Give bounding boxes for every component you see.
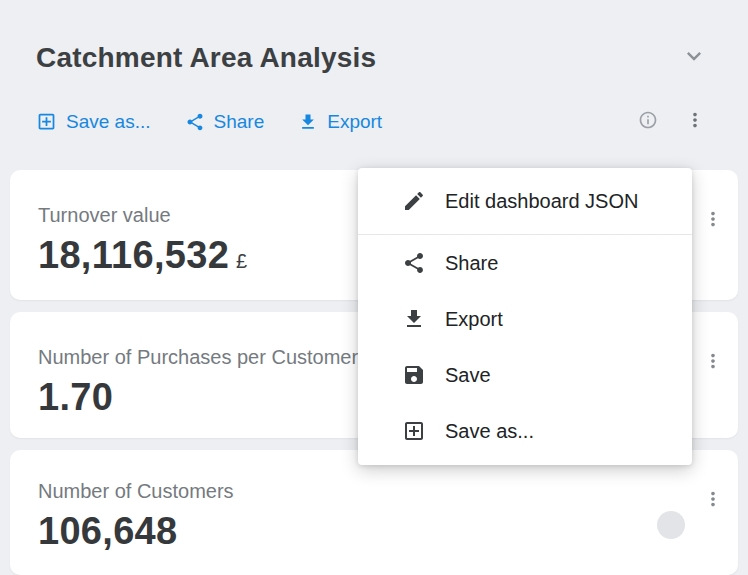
pencil-icon [402, 189, 426, 213]
card-menu-button[interactable] [700, 486, 726, 515]
share-label: Share [214, 111, 265, 133]
export-button[interactable]: Export [298, 111, 382, 133]
kpi-label: Number of Customers [38, 480, 710, 503]
chevron-down-icon [680, 42, 708, 73]
toolbar: Save as... Share Export [36, 105, 710, 138]
download-icon [402, 307, 426, 331]
menu-item-edit-dashboard-json[interactable]: Edit dashboard JSON [358, 168, 692, 234]
kebab-menu-icon [702, 488, 724, 513]
save-icon [402, 363, 426, 387]
menu-item-save-as[interactable]: Save as... [358, 403, 692, 459]
kpi-value: 1.70 [38, 376, 113, 419]
card-menu-button[interactable] [700, 348, 726, 377]
kpi-value-row: 106,648 [38, 510, 710, 553]
menu-item-label: Share [445, 252, 498, 275]
add-box-icon [36, 111, 57, 132]
dashboard-context-menu: Edit dashboard JSON Share Export Save [358, 168, 692, 465]
share-icon [185, 112, 205, 132]
kebab-menu-icon [702, 350, 724, 375]
info-icon [638, 110, 658, 133]
save-as-button[interactable]: Save as... [36, 111, 151, 133]
menu-item-save[interactable]: Save [358, 347, 692, 403]
card-menu-button[interactable] [700, 206, 726, 235]
collapse-header-button[interactable] [678, 40, 710, 75]
kebab-menu-icon [684, 109, 706, 134]
share-button[interactable]: Share [185, 111, 265, 133]
menu-item-label: Save as... [445, 420, 534, 443]
export-label: Export [327, 111, 382, 133]
more-options-button[interactable] [680, 105, 710, 138]
menu-item-label: Export [445, 308, 503, 331]
kpi-card-customers: Number of Customers 106,648 [10, 450, 738, 575]
dashboard-screen: Catchment Area Analysis Save as... Share [0, 0, 748, 575]
kpi-unit: £ [236, 250, 247, 273]
menu-item-export[interactable]: Export [358, 291, 692, 347]
info-button[interactable] [634, 106, 662, 137]
kpi-value: 106,648 [38, 510, 177, 553]
menu-item-label: Edit dashboard JSON [445, 190, 638, 213]
title-row: Catchment Area Analysis [36, 40, 710, 75]
download-icon [298, 112, 318, 132]
kpi-value: 18,116,532 [38, 234, 229, 277]
dashboard-header: Catchment Area Analysis Save as... Share [0, 0, 748, 138]
menu-item-label: Save [445, 364, 491, 387]
circle-indicator [657, 511, 685, 539]
save-as-label: Save as... [66, 111, 151, 133]
add-box-icon [402, 419, 426, 443]
share-icon [402, 251, 426, 275]
menu-item-share[interactable]: Share [358, 235, 692, 291]
kebab-menu-icon [702, 208, 724, 233]
page-title: Catchment Area Analysis [36, 42, 376, 74]
